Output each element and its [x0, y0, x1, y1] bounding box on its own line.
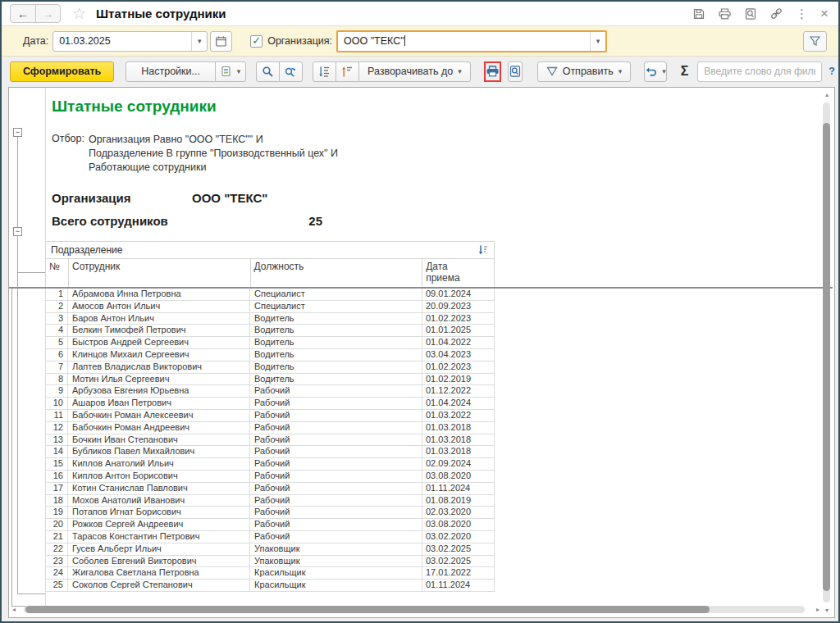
table-row[interactable]: 10Ашаров Иван ПетровичРабочий01.04.2024	[45, 398, 495, 410]
generate-button[interactable]: Сформировать	[10, 61, 114, 82]
table-row[interactable]: 6Клинцов Михаил СергеевичВодитель03.04.2…	[45, 349, 495, 362]
employee-name: Жигалова Светлана Петровна	[68, 567, 250, 579]
table-row[interactable]: 1Абрамова Инна ПетровнаСпециалист09.01.2…	[45, 289, 495, 301]
preview-page-icon	[509, 65, 522, 78]
organization-label: Организация	[52, 191, 131, 205]
column-header-number[interactable]: №	[46, 259, 69, 287]
print-preview-button[interactable]	[508, 61, 523, 82]
table-row[interactable]: 4Белкин Тимофей ПетровичВодитель01.01.20…	[45, 325, 495, 337]
row-number: 16	[45, 471, 68, 482]
table-row[interactable]: 9Арбузова Евгения ЮрьевнаРабочий01.12.20…	[45, 385, 495, 398]
position-cell: Рабочий	[250, 495, 422, 507]
position-cell: Водитель	[250, 362, 422, 373]
position-cell: Водитель	[250, 337, 422, 348]
table-row[interactable]: 7Лаптев Владислав ВикторовичВодитель01.0…	[45, 362, 495, 374]
table-row[interactable]: 8Мотин Илья СергеевичВодитель01.02.2019	[45, 374, 495, 386]
row-number: 4	[45, 325, 68, 336]
date-field[interactable]: 01.03.2025 ▾	[52, 31, 208, 52]
save-button[interactable]	[692, 7, 705, 20]
org-dropdown-button[interactable]: ▾	[590, 32, 605, 51]
column-header-hire-date[interactable]: Дата приема	[422, 259, 495, 287]
employee-name: Абрамова Инна Петровна	[68, 289, 250, 300]
org-checkbox[interactable]: ✓	[250, 35, 262, 48]
table-row[interactable]: 15Киплов Анатолий ИльичРабочий02.09.2024	[45, 458, 495, 471]
preview-button[interactable]	[744, 7, 757, 20]
position-cell: Специалист	[250, 289, 422, 300]
text-cursor	[404, 35, 405, 46]
sort-button[interactable]	[477, 244, 489, 256]
forward-button[interactable]: →	[35, 5, 60, 22]
quick-filter-input[interactable]	[697, 61, 822, 82]
settings-button[interactable]: Настройки...	[126, 61, 216, 82]
hire-date-cell: 01.02.2023	[422, 313, 495, 325]
hire-date-cell: 01.03.2018	[422, 446, 495, 457]
row-number: 5	[45, 337, 68, 348]
table-row[interactable]: 11Бабочкин Роман АлексеевичРабочий01.03.…	[45, 410, 495, 422]
filter-settings-button[interactable]	[803, 31, 827, 52]
help-button[interactable]: ?	[829, 66, 835, 77]
get-link-button[interactable]	[769, 7, 783, 20]
calendar-button[interactable]	[210, 31, 232, 52]
table-row[interactable]: 5Быстров Андрей СергеевичВодитель01.04.2…	[45, 337, 495, 349]
table-row[interactable]: 17Котин Станислав ПавловичРабочий01.11.2…	[45, 483, 495, 495]
table-row[interactable]: 18Мохов Анатолий ИвановичРабочий01.08.20…	[45, 495, 495, 507]
employee-name: Потапов Игнат Борисович	[68, 507, 250, 518]
table-row[interactable]: 23Соболев Евгений ВикторовичУпаковщик03.…	[45, 556, 495, 568]
more-menu-button[interactable]: ⋮	[796, 7, 808, 21]
hire-date-cell: 02.09.2024	[422, 458, 495, 470]
sum-button[interactable]: Σ	[678, 64, 692, 79]
row-number: 12	[45, 422, 68, 434]
column-header-position[interactable]: Должность	[251, 259, 423, 287]
collapse-group-button[interactable]: −	[13, 227, 22, 236]
scroll-down-button[interactable]: ▾	[821, 607, 833, 614]
row-number: 17	[45, 483, 68, 494]
row-number: 3	[45, 313, 68, 325]
table-row[interactable]: 20Рожков Сергей АндреевичРабочий03.08.20…	[45, 519, 495, 531]
table-row[interactable]: 12Бабочкин Роман АндреевичРабочий01.03.2…	[45, 422, 495, 434]
table-row[interactable]: 22Гусев Альберт ИльичУпаковщик03.02.2025	[45, 543, 495, 556]
toolbar-print-button[interactable]	[486, 65, 500, 78]
position-cell: Рабочий	[250, 410, 422, 421]
table-row[interactable]: 25Соколов Сергей СтепановичКрасильщик01.…	[45, 580, 495, 592]
dots-icon: ⋮	[796, 7, 808, 20]
scroll-up-button[interactable]: ▴	[821, 91, 833, 98]
employee-name: Лаптев Владислав Викторович	[68, 362, 250, 373]
horizontal-scrollbar[interactable]: ◂ ▸	[11, 604, 821, 616]
report-variants-button[interactable]: ▾	[215, 61, 246, 82]
vertical-scrollbar[interactable]: ▴ ▾	[821, 89, 833, 616]
back-button[interactable]: ←	[11, 5, 35, 22]
vertical-scroll-thumb[interactable]	[823, 123, 830, 591]
org-field[interactable]: ООО "ТЕКС" ▾	[336, 30, 607, 52]
hire-date-cell: 01.02.2023	[422, 362, 495, 373]
expand-levels-button[interactable]	[313, 61, 336, 82]
date-dropdown-button[interactable]: ▾	[191, 32, 207, 51]
send-button[interactable]: Отправить ▾	[537, 61, 632, 82]
employee-name: Бабочкин Роман Алексеевич	[68, 410, 250, 421]
date-value[interactable]: 01.03.2025	[53, 35, 191, 47]
collapse-group-button[interactable]: −	[13, 128, 22, 137]
table-row[interactable]: 21Тарасов Константин ПетровичРабочий03.0…	[45, 531, 495, 543]
close-button[interactable]: ×	[820, 6, 829, 22]
scroll-right-button[interactable]: ▸	[816, 604, 819, 616]
table-row[interactable]: 14Бубликов Павел МихайловичРабочий01.03.…	[45, 446, 495, 458]
search-next-button[interactable]	[279, 61, 303, 82]
horizontal-scroll-thumb[interactable]	[25, 606, 710, 613]
collapse-levels-button[interactable]	[336, 61, 359, 82]
column-header-employee[interactable]: Сотрудник	[69, 259, 251, 287]
expand-to-button[interactable]: Разворачивать до▾	[358, 61, 471, 82]
scroll-left-button[interactable]: ◂	[12, 604, 16, 616]
table-row[interactable]: 19Потапов Игнат БорисовичРабочий02.03.20…	[45, 507, 495, 519]
table-row[interactable]: 2Амосов Антон ИльичСпециалист20.09.2023	[45, 301, 495, 313]
group-header-cell[interactable]: Подразделение	[45, 241, 495, 259]
search-button[interactable]	[256, 61, 280, 82]
row-number: 6	[45, 349, 68, 361]
table-row[interactable]: 24Жигалова Светлана ПетровнаКрасильщик17…	[45, 567, 495, 580]
favorite-star-button[interactable]: ☆	[72, 6, 86, 21]
table-row[interactable]: 16Киплов Антон БорисовичРабочий03.08.202…	[45, 471, 495, 483]
print-button[interactable]	[718, 7, 732, 20]
arrow-down-icon: ▾	[825, 607, 829, 614]
table-row[interactable]: 13Бочкин Иван СтепановичРабочий01.03.201…	[45, 434, 495, 447]
app-window: ← → ☆ Штатные сотрудники	[0, 0, 840, 623]
table-row[interactable]: 3Баров Антон ИльичВодитель01.02.2023	[45, 313, 495, 325]
update-history-button[interactable]: ▾	[644, 61, 667, 82]
